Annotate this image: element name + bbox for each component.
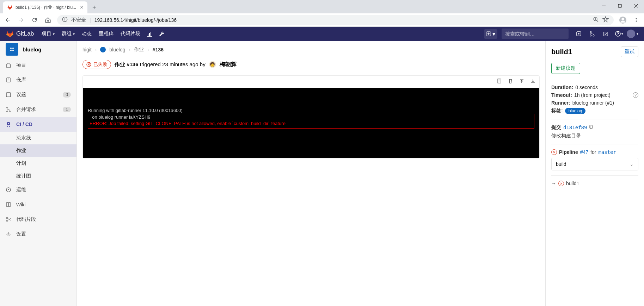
- new-tab-button[interactable]: +: [87, 1, 101, 13]
- sidebar-item-cicd[interactable]: CI / CD: [0, 117, 76, 132]
- nav-groups[interactable]: 群组 ▾: [58, 27, 78, 41]
- author-name[interactable]: 梅朝辉: [220, 61, 237, 68]
- nav-todos-icon[interactable]: [600, 27, 612, 41]
- gitlab-navbar: GitLab 项目 ▾ 群组 ▾ 动态 里程碑 代码片段 ▾ ?▾ ▾: [0, 27, 644, 41]
- retry-button[interactable]: 重试: [621, 46, 638, 57]
- pipeline-fail-icon: ✕: [551, 149, 557, 155]
- log-line: on bluelog runner iaXYZSH9: [90, 114, 151, 120]
- menu-icon[interactable]: [632, 17, 640, 23]
- chevron-down-icon: ⌄: [630, 161, 634, 167]
- project-header[interactable]: bluelog: [0, 41, 76, 58]
- avatar: [627, 30, 635, 38]
- nav-snippets[interactable]: 代码片段: [117, 27, 144, 41]
- nav-help-icon[interactable]: ?▾: [613, 27, 625, 41]
- svg-rect-1: [618, 5, 621, 8]
- sidebar-item-project[interactable]: 项目: [0, 58, 76, 73]
- chevron-down-icon: ▾: [621, 32, 623, 36]
- nav-issues-icon[interactable]: [573, 27, 585, 41]
- sidebar-sub-charts[interactable]: 统计图: [0, 170, 76, 182]
- download-log-icon[interactable]: [496, 78, 502, 85]
- svg-point-16: [593, 35, 594, 36]
- svg-rect-2: [619, 4, 622, 7]
- sidebar-item-issues[interactable]: 议题0: [0, 87, 76, 102]
- new-issue-button[interactable]: 新建议题: [551, 63, 580, 74]
- url-bar[interactable]: 不安全 | 192.168.56.14/higit/bluelog/-/jobs…: [57, 15, 614, 25]
- nav-back[interactable]: [4, 17, 12, 23]
- sidebar-sub-schedules[interactable]: 计划: [0, 157, 76, 170]
- commit-link[interactable]: d181ef89: [563, 125, 587, 130]
- nav-reload[interactable]: [30, 17, 39, 23]
- sidebar-item-repo[interactable]: 仓库: [0, 73, 76, 87]
- gitlab-favicon: [7, 5, 13, 10]
- info-icon[interactable]: [62, 17, 68, 23]
- commit-message: 修改构建目录: [551, 133, 638, 139]
- stage-select[interactable]: build ⌄: [551, 158, 638, 170]
- help-icon[interactable]: ?: [633, 92, 638, 98]
- job-row[interactable]: → ✕ build1: [551, 181, 638, 186]
- tab-bar: build1 (#136) · 作业 · higit / blu... × +: [0, 0, 644, 13]
- log-toolbar: [83, 76, 539, 88]
- svg-point-23: [12, 50, 14, 51]
- gitlab-logo[interactable]: GitLab: [6, 30, 34, 38]
- sidebar-sub-pipelines[interactable]: 流水线: [0, 132, 76, 144]
- nav-merge-icon[interactable]: [586, 27, 598, 41]
- svg-point-14: [590, 31, 591, 33]
- pipeline-link[interactable]: #47: [580, 149, 588, 155]
- zoom-icon[interactable]: [593, 17, 599, 24]
- svg-point-21: [12, 48, 14, 49]
- browser-tab[interactable]: build1 (#136) · 作业 · higit / blu... ×: [3, 1, 87, 13]
- window-close[interactable]: [628, 0, 644, 11]
- gitlab-brand: GitLab: [16, 30, 34, 37]
- home-icon: [6, 62, 11, 68]
- scroll-bottom-icon[interactable]: [530, 78, 536, 85]
- merge-icon: [6, 107, 11, 112]
- log-error-line: ERROR: Job failed: setting GIT_CLONE_PAT…: [90, 121, 286, 126]
- nav-chart-icon[interactable]: [144, 27, 156, 41]
- nav-home[interactable]: [44, 17, 52, 23]
- main-content: higit › bluelog › 作业 › #136 已失败 作业 #136 …: [77, 41, 545, 306]
- erase-log-icon[interactable]: [508, 78, 513, 85]
- breadcrumb-jobs[interactable]: 作业: [134, 46, 144, 53]
- nav-create-button[interactable]: ▾: [484, 29, 497, 39]
- search-input[interactable]: [505, 31, 567, 37]
- job-header: 已失败 作业 #136 triggered 23 minutes ago by …: [82, 60, 540, 69]
- breadcrumb-group[interactable]: higit: [82, 47, 92, 52]
- rocket-icon: [6, 121, 11, 127]
- sidebar-item-settings[interactable]: 设置: [0, 227, 76, 242]
- bookmark-star-icon[interactable]: [602, 16, 609, 24]
- svg-point-32: [8, 233, 9, 235]
- nav-activity[interactable]: 动态: [78, 27, 95, 41]
- log-body[interactable]: Running with gitlab-runner 11.10.0 (3001…: [83, 88, 539, 158]
- issues-badge: 0: [63, 92, 71, 98]
- nav-milestones[interactable]: 里程碑: [95, 27, 117, 41]
- tab-close-icon[interactable]: ×: [80, 4, 83, 11]
- scissors-icon: [6, 217, 11, 222]
- copy-icon[interactable]: [589, 125, 594, 131]
- nav-user-menu[interactable]: ▾: [626, 27, 638, 41]
- merge-badge: 1: [63, 107, 71, 112]
- url-text: 192.168.56.14/higit/bluelog/-/jobs/136: [94, 17, 589, 23]
- branch-link[interactable]: master: [598, 149, 616, 155]
- nav-search[interactable]: [502, 29, 569, 39]
- sidebar-item-wiki[interactable]: Wiki: [0, 197, 76, 212]
- svg-point-7: [636, 18, 637, 19]
- nav-projects[interactable]: 项目 ▾: [38, 27, 58, 41]
- window-controls: [595, 0, 644, 11]
- sidebar-item-merge[interactable]: 合并请求1: [0, 102, 76, 117]
- window-minimize[interactable]: [595, 0, 612, 11]
- breadcrumb-project[interactable]: bluelog: [109, 47, 125, 52]
- status-badge-failed: 已失败: [82, 60, 111, 69]
- sidebar-item-snippets[interactable]: 代码片段: [0, 212, 76, 227]
- left-sidebar: bluelog 项目 仓库 议题0 合并请求1 CI / CD 流水线 作业 计…: [0, 41, 77, 306]
- issues-icon: [6, 92, 11, 98]
- fail-icon: [86, 62, 91, 67]
- nav-wrench-icon[interactable]: [156, 27, 168, 41]
- scroll-top-icon[interactable]: [519, 78, 525, 85]
- nav-forward[interactable]: [17, 17, 25, 23]
- svg-rect-0: [602, 6, 606, 6]
- arrow-right-icon: →: [551, 181, 556, 186]
- window-maximize[interactable]: [612, 0, 628, 11]
- sidebar-item-ops[interactable]: 运维: [0, 182, 76, 197]
- profile-icon[interactable]: [619, 16, 627, 24]
- sidebar-sub-jobs[interactable]: 作业: [0, 144, 76, 157]
